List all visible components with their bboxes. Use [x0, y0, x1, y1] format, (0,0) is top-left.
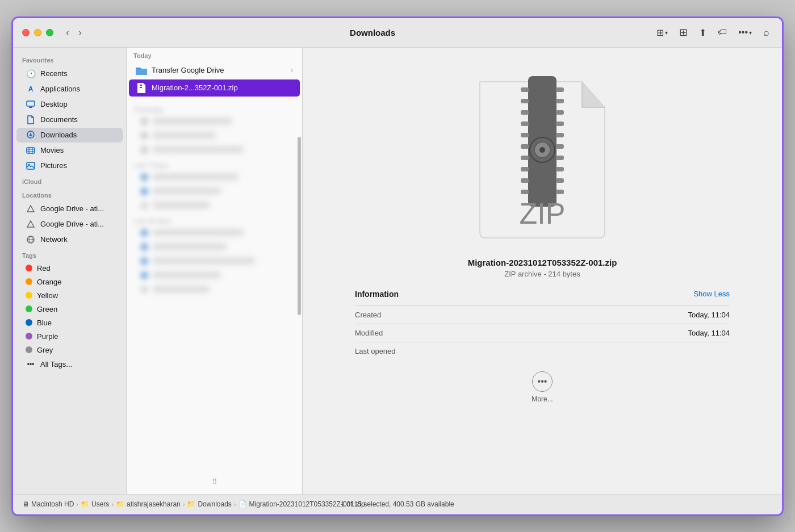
- red-tag-dot: [26, 265, 32, 271]
- favourites-label: Favourites: [13, 52, 126, 66]
- svg-rect-27: [556, 144, 564, 149]
- search-icon: ⌕: [763, 27, 769, 39]
- folder-icon-transfer: [136, 65, 147, 76]
- sidebar-item-label-tag-red: Red: [37, 264, 51, 273]
- file-item-transfer[interactable]: Transfer Google Drive ›: [129, 62, 300, 79]
- zip-icon-large: ZIP: [468, 70, 616, 246]
- file-item-migration-zip[interactable]: Migration-2...352Z-001.zip: [129, 79, 300, 97]
- breadcrumb-macintosh[interactable]: 🖥 Macintosh HD: [22, 500, 74, 508]
- sidebar-item-label-tag-orange: Orange: [37, 278, 61, 286]
- sidebar-item-all-tags[interactable]: ••• All Tags...: [16, 357, 123, 372]
- sidebar-item-tag-yellow[interactable]: Yellow: [16, 289, 123, 302]
- orange-tag-dot: [26, 278, 32, 285]
- tag-icon: 🏷: [718, 27, 727, 37]
- created-value: Today, 11:04: [688, 311, 730, 319]
- sidebar-item-label-pictures: Pictures: [40, 161, 67, 170]
- more-chevron-icon: ▾: [749, 30, 752, 36]
- preview-panel: ZIP Migration-20231012T053352Z-001.zip Z…: [303, 48, 782, 494]
- svg-rect-3: [27, 148, 35, 153]
- sidebar-item-tag-red[interactable]: Red: [16, 262, 123, 275]
- svg-rect-24: [556, 110, 564, 115]
- sidebar-item-label-gdrive2: Google Drive - ati...: [40, 220, 104, 228]
- svg-rect-29: [556, 167, 564, 171]
- window-title: Downloads: [92, 28, 653, 37]
- sidebar-item-label-tag-yellow: Yellow: [37, 291, 58, 300]
- sidebar-item-tag-green[interactable]: Green: [16, 303, 123, 316]
- sidebar-item-documents[interactable]: Documents: [16, 112, 123, 127]
- sidebar-item-downloads[interactable]: Downloads: [16, 128, 123, 143]
- gdrive1-icon: [26, 204, 36, 214]
- group-button[interactable]: ⊞: [676, 24, 691, 41]
- all-tags-icon: •••: [26, 359, 36, 370]
- preview-content: ZIP Migration-20231012T053352Z-001.zip Z…: [303, 48, 782, 494]
- sidebar-item-pictures[interactable]: Pictures: [16, 158, 123, 173]
- sidebar-item-tag-purple[interactable]: Purple: [16, 330, 123, 343]
- info-row-created: Created Today, 11:04: [355, 305, 730, 324]
- file-item-label-migration-zip: Migration-2...352Z-001.zip: [152, 83, 238, 92]
- downloads-folder-icon: 📁: [187, 500, 195, 508]
- svg-rect-22: [556, 87, 564, 92]
- sidebar: Favourites 🕐 Recents A Applications Desk…: [13, 48, 127, 494]
- svg-rect-23: [556, 99, 564, 103]
- breadcrumb-sep-2: ›: [111, 501, 114, 508]
- svg-rect-26: [556, 133, 564, 137]
- sidebar-item-gdrive1[interactable]: Google Drive - ati...: [16, 202, 123, 216]
- users-folder-icon: 📁: [81, 500, 89, 508]
- sidebar-item-label-tag-grey: Grey: [37, 346, 53, 354]
- sidebar-item-label-desktop: Desktop: [40, 100, 68, 108]
- search-button[interactable]: ⌕: [760, 24, 773, 41]
- sidebar-item-label-tag-purple: Purple: [37, 332, 58, 341]
- svg-rect-31: [556, 190, 564, 194]
- sidebar-item-desktop[interactable]: Desktop: [16, 97, 123, 112]
- tag-button[interactable]: 🏷: [714, 25, 730, 40]
- sidebar-item-gdrive2[interactable]: Google Drive - ati...: [16, 217, 123, 232]
- sidebar-item-network[interactable]: Network: [16, 232, 123, 247]
- svg-rect-16: [521, 133, 529, 137]
- close-button[interactable]: [22, 29, 30, 36]
- file-item-arrow-transfer: ›: [291, 66, 293, 74]
- pictures-icon: [26, 161, 36, 171]
- sidebar-item-label-network: Network: [40, 235, 68, 244]
- svg-rect-15: [521, 122, 529, 126]
- sidebar-item-tag-grey[interactable]: Grey: [16, 344, 123, 357]
- sidebar-item-recents[interactable]: 🕐 Recents: [16, 66, 123, 81]
- sidebar-item-label-downloads: Downloads: [40, 131, 77, 139]
- green-tag-dot: [26, 305, 32, 312]
- sidebar-item-tag-blue[interactable]: Blue: [16, 316, 123, 329]
- more-button[interactable]: •••: [532, 371, 553, 392]
- sidebar-item-label-applications: Applications: [40, 85, 80, 93]
- network-icon: [26, 234, 36, 245]
- sidebar-item-movies[interactable]: Movies: [16, 143, 123, 158]
- more-actions-button[interactable]: ••• ▾: [735, 25, 755, 40]
- sidebar-item-tag-orange[interactable]: Orange: [16, 275, 123, 288]
- group-icon: ⊞: [679, 26, 688, 39]
- svg-rect-28: [556, 156, 564, 160]
- svg-rect-25: [556, 122, 564, 126]
- share-button[interactable]: ⬆: [696, 25, 710, 40]
- blue-tag-dot: [26, 319, 32, 326]
- file-item-label-transfer: Transfer Google Drive: [152, 66, 224, 74]
- sidebar-item-applications[interactable]: A Applications: [16, 82, 123, 97]
- blurred-files-section: Yesterday Last 7 Days: [127, 97, 302, 304]
- breadcrumb-downloads[interactable]: 📁 Downloads: [187, 500, 231, 508]
- modified-value: Today, 11:04: [688, 329, 730, 337]
- view-toggle-button[interactable]: ⊞ ▾: [653, 25, 671, 40]
- breadcrumb-sep-1: ›: [76, 501, 78, 508]
- svg-rect-10: [140, 87, 142, 88]
- forward-button[interactable]: ›: [75, 26, 85, 40]
- sidebar-item-label-tag-green: Green: [37, 305, 57, 313]
- breadcrumb-users[interactable]: 📁 Users: [81, 500, 109, 508]
- breadcrumb-macintosh-label: Macintosh HD: [31, 500, 74, 508]
- back-button[interactable]: ‹: [62, 26, 73, 40]
- svg-rect-4: [27, 162, 35, 169]
- minimize-button[interactable]: [34, 29, 41, 36]
- breadcrumb-user[interactable]: 📁 atishrajasekharan: [116, 500, 181, 508]
- file-list-scrollbar[interactable]: [298, 137, 301, 315]
- breadcrumb-sep-4: ›: [234, 501, 236, 508]
- created-label: Created: [355, 311, 381, 319]
- tags-label: Tags: [13, 248, 126, 261]
- zip-file-breadcrumb-icon: 📄: [238, 500, 247, 508]
- show-less-button[interactable]: Show Less: [693, 290, 730, 298]
- movies-icon: [26, 145, 36, 156]
- maximize-button[interactable]: [46, 29, 53, 36]
